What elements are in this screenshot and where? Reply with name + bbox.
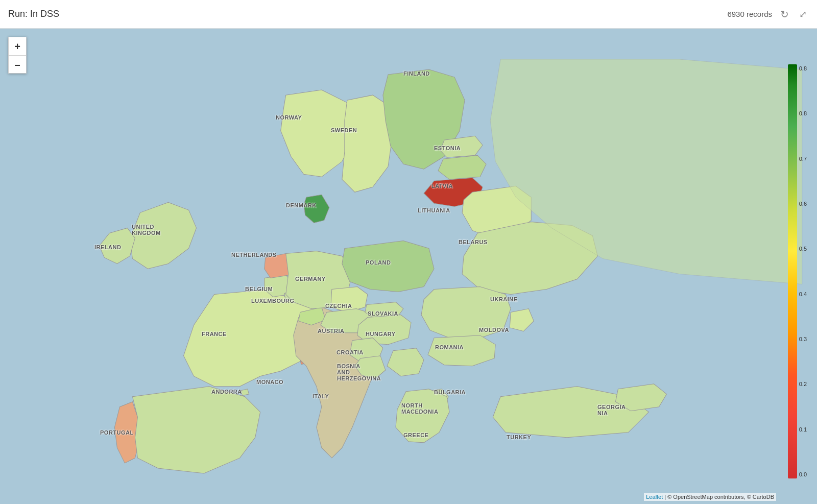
- attribution: Leaflet | © OpenStreetMap contributors, …: [644, 493, 776, 501]
- legend: 0.8 0.8 0.7 0.6 0.5 0.4 0.3 0.2 0.1 0.0: [776, 64, 807, 478]
- records-count: 6930 records: [727, 10, 772, 18]
- legend-label-03: 0.3: [799, 336, 807, 342]
- legend-label-06: 0.6: [799, 201, 807, 207]
- legend-label-04: 0.4: [799, 291, 807, 297]
- header-right: 6930 records ↻ ⤢: [727, 6, 809, 22]
- legend-bar-container: 0.8 0.8 0.7 0.6 0.5 0.4 0.3 0.2 0.1 0.0: [788, 64, 807, 478]
- legend-label-02: 0.2: [799, 381, 807, 387]
- legend-label-00: 0.0: [799, 471, 807, 477]
- legend-label-08top: 0.8: [799, 65, 807, 71]
- header: Run: In DSS 6930 records ↻ ⤢: [0, 0, 817, 29]
- zoom-out-button[interactable]: –: [8, 55, 27, 74]
- map-container[interactable]: FINLAND NORWAY SWEDEN ESTONIA LATVIA LIT…: [0, 29, 817, 504]
- map-svg: [0, 29, 817, 504]
- zoom-in-button[interactable]: +: [8, 37, 27, 55]
- app: Run: In DSS 6930 records ↻ ⤢: [0, 0, 817, 504]
- attribution-text: | © OpenStreetMap contributors, © CartoD…: [664, 494, 774, 500]
- legend-label-05: 0.5: [799, 246, 807, 252]
- legend-label-07: 0.7: [799, 156, 807, 162]
- leaflet-link[interactable]: Leaflet: [646, 494, 663, 500]
- header-title: Run: In DSS: [8, 9, 59, 19]
- reload-button[interactable]: ↻: [778, 6, 791, 22]
- reload-icon: ↻: [780, 8, 789, 20]
- legend-gradient: [788, 64, 797, 478]
- legend-label-01: 0.1: [799, 426, 807, 433]
- expand-button[interactable]: ⤢: [797, 7, 809, 22]
- expand-icon: ⤢: [799, 9, 807, 20]
- legend-label-08: 0.8: [799, 110, 807, 116]
- legend-labels: 0.8 0.8 0.7 0.6 0.5 0.4 0.3 0.2 0.1 0.0: [799, 64, 807, 478]
- zoom-controls: + –: [8, 37, 27, 74]
